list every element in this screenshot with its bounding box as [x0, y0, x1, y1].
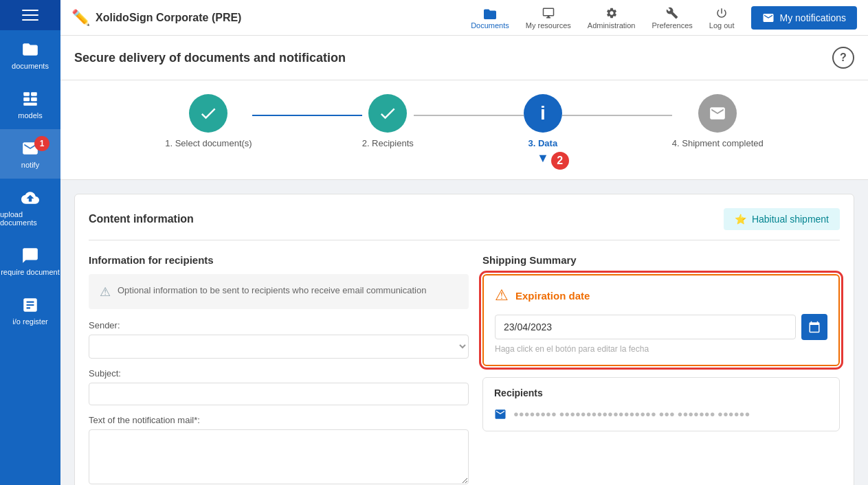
shipping-summary-section: Shipping Summary ⚠ Expiration date [482, 254, 840, 485]
step-4-circle [698, 94, 737, 133]
stepper: 1. Select document(s) 2. Recipients i 2 … [60, 80, 868, 180]
subject-input[interactable] [89, 383, 469, 405]
pen-icon: ✏️ [71, 9, 90, 27]
calendar-button[interactable] [801, 314, 827, 340]
topnav-actions: Documents My resources Administration Pr… [471, 5, 857, 30]
sidebar-menu-toggle[interactable] [0, 0, 60, 30]
notifications-button[interactable]: My notifications [751, 6, 857, 30]
sidebar-item-io-register[interactable]: i/o register [0, 286, 60, 335]
recipient-row: ●●●●●●●● ●●●●●●●●●●●●●●●●●● ●●● ●●●●●●● … [494, 407, 828, 421]
sidebar-item-label: i/o register [12, 317, 47, 326]
step-3-label: 3. Data [528, 138, 557, 148]
expiration-box: ⚠ Expiration date Haga click en el botón… [482, 274, 840, 366]
topnav-documents[interactable]: Documents [471, 5, 509, 30]
app-title: XolidoSign Corporate (PRE) [96, 12, 241, 24]
subject-field-group: Subject: [89, 368, 469, 405]
app-logo: ✏️ XolidoSign Corporate (PRE) [71, 9, 471, 27]
sidebar-item-upload-documents[interactable]: upload documents [0, 179, 60, 236]
sidebar-item-label: notify [21, 161, 39, 169]
info-box-text: Optional information to be sent to recip… [118, 284, 426, 297]
topnav-documents-label: Documents [471, 21, 509, 30]
topnav-resources-label: My resources [526, 21, 571, 30]
svg-rect-2 [31, 92, 37, 95]
recipients-form-section: Information for recipients ⚠ Optional in… [89, 254, 469, 485]
content-card: Content information ⭐ Habitual shipment … [74, 194, 854, 485]
sidebar-item-documents[interactable]: documents [0, 30, 60, 80]
date-input[interactable] [495, 315, 796, 339]
recipients-section-title: Information for recipients [89, 254, 469, 266]
topnav-my-resources[interactable]: My resources [526, 5, 571, 30]
notify-badge: 1 [34, 136, 49, 151]
step-4: 4. Shipment completed [672, 94, 764, 148]
sidebar-item-require-document[interactable]: require document [0, 236, 60, 286]
page-title: Secure delivery of documents and notific… [74, 51, 346, 65]
step-2-label: 2. Recipients [362, 138, 414, 148]
card-area: Content information ⭐ Habitual shipment … [60, 180, 868, 485]
notification-text-group: Text of the notification mail*: [89, 415, 469, 485]
power-icon [714, 5, 729, 20]
step-2: 2. Recipients [362, 94, 414, 148]
folder-icon [482, 5, 498, 20]
content-area: 1. Select document(s) 2. Recipients i 2 … [60, 80, 868, 485]
topnav-logout[interactable]: Log out [709, 5, 735, 30]
email-icon [494, 407, 507, 421]
recipient-info-text: ●●●●●●●● ●●●●●●●●●●●●●●●●●● ●●● ●●●●●●● … [513, 409, 750, 419]
info-triangle-icon: ⚠ [100, 284, 111, 300]
sidebar-item-models[interactable]: models [0, 80, 60, 129]
topnav-logout-label: Log out [709, 21, 735, 30]
io-register-icon [21, 295, 40, 315]
page-header: Secure delivery of documents and notific… [60, 36, 868, 80]
warning-triangle-icon: ⚠ [495, 286, 509, 304]
habitual-btn-label: Habitual shipment [752, 214, 829, 225]
date-row [495, 314, 827, 340]
sender-label: Sender: [89, 320, 469, 330]
svg-rect-3 [31, 98, 37, 101]
connector-3-4 [562, 115, 672, 116]
subject-label: Subject: [89, 368, 469, 379]
step-1: 1. Select document(s) [165, 94, 252, 148]
summary-section-title: Shipping Summary [482, 254, 840, 266]
help-button[interactable]: ? [832, 47, 854, 69]
sender-field-group: Sender: [89, 320, 469, 359]
topnav: ✏️ XolidoSign Corporate (PRE) Documents … [60, 0, 868, 36]
require-icon [21, 246, 40, 265]
connector-1-2 [252, 115, 362, 116]
date-hint: Haga click en el botón para editar la fe… [495, 344, 827, 354]
svg-rect-4 [23, 102, 37, 105]
topnav-administration-label: Administration [588, 21, 636, 30]
step-4-label: 4. Shipment completed [672, 138, 764, 148]
sender-select[interactable] [89, 335, 469, 359]
sidebar-item-label: upload documents [0, 210, 60, 227]
step-1-label: 1. Select document(s) [165, 138, 252, 148]
gear-icon [604, 5, 619, 20]
habitual-shipment-button[interactable]: ⭐ Habitual shipment [724, 208, 840, 230]
expiration-title: Expiration date [515, 290, 590, 302]
notification-textarea[interactable] [89, 429, 469, 484]
expiration-header: ⚠ Expiration date [495, 286, 827, 304]
topnav-administration[interactable]: Administration [588, 5, 636, 30]
svg-rect-0 [23, 92, 30, 95]
models-icon [21, 89, 40, 109]
card-title: Content information [89, 213, 194, 225]
hamburger-icon[interactable] [22, 10, 38, 21]
sidebar: documents models notify 1 upload documen… [0, 0, 60, 485]
topnav-preferences[interactable]: Preferences [652, 5, 693, 30]
recipients-summary-box: Recipients ●●●●●●●● ●●●●●●●●●●●●●●●●●● ●… [482, 377, 840, 431]
step-1-circle [189, 94, 227, 133]
sidebar-item-label: documents [12, 62, 49, 70]
card-header: Content information ⭐ Habitual shipment [89, 208, 840, 240]
sidebar-item-label: require document [1, 268, 60, 276]
svg-rect-1 [23, 98, 30, 101]
notification-label: Text of the notification mail*: [89, 415, 469, 425]
step-badge: 2 [550, 150, 570, 171]
step-2-circle [368, 94, 407, 133]
upload-icon [21, 188, 40, 207]
star-icon: ⭐ [735, 214, 746, 225]
sidebar-item-label: models [18, 111, 42, 120]
documents-icon [21, 40, 40, 59]
sidebar-item-notify[interactable]: notify 1 [0, 129, 60, 179]
main-area: ✏️ XolidoSign Corporate (PRE) Documents … [60, 0, 868, 485]
info-box: ⚠ Optional information to be sent to rec… [89, 274, 469, 309]
recipients-summary-title: Recipients [494, 387, 828, 398]
two-column-layout: Information for recipients ⚠ Optional in… [89, 254, 840, 485]
